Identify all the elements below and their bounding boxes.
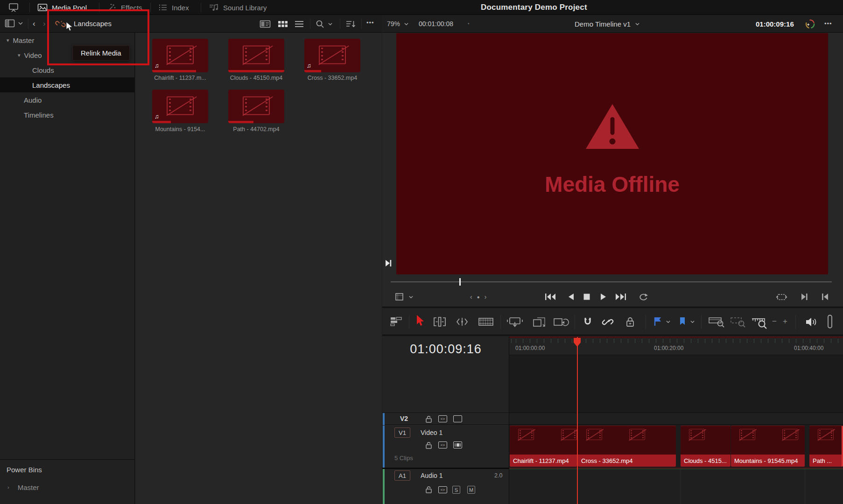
metadata-view-button[interactable] <box>260 20 271 28</box>
timeline-selector[interactable]: Demo Timeline v1 <box>575 20 640 28</box>
track-lane-v1[interactable]: Chairlift - 11237.mp4 Cross - 33652.mp4 … <box>509 426 843 468</box>
custom-zoom-button[interactable] <box>751 316 769 329</box>
timeline-view-options-button[interactable] <box>390 316 402 327</box>
pool-clip-cross[interactable]: ♫ <box>304 39 360 72</box>
zoom-in-button[interactable]: + <box>783 317 787 326</box>
snapping-toggle[interactable] <box>582 316 593 328</box>
linked-selection-toggle[interactable] <box>602 316 614 328</box>
solo-label: S <box>455 487 458 493</box>
thumbnail-view-button[interactable] <box>277 20 288 28</box>
track-destination-v1[interactable]: V1 <box>394 427 410 438</box>
bin-label: Video <box>24 51 42 59</box>
dot-button[interactable]: • <box>468 21 470 26</box>
track-destination-a1[interactable]: A1 <box>394 470 410 481</box>
timeline-clip-cross[interactable]: Cross - 33652.mp4 <box>578 426 676 467</box>
search-button[interactable] <box>316 20 333 28</box>
separator <box>29 3 30 12</box>
timeline-clip-path[interactable]: Path ... <box>809 426 843 467</box>
selection-mode-button[interactable] <box>415 315 424 327</box>
bin-item-landscapes[interactable]: Landscapes <box>0 77 135 92</box>
go-to-start-button[interactable] <box>544 292 556 301</box>
stop-button[interactable] <box>583 293 590 301</box>
bin-item-audio[interactable]: Audio <box>0 92 135 107</box>
flag-button[interactable] <box>653 316 671 327</box>
bin-label: Timelines <box>24 111 54 119</box>
track-header-v2[interactable]: V2 <> <box>382 413 509 425</box>
play-around-button[interactable] <box>801 293 809 301</box>
viewer-timecode: 01:00:09:16 <box>756 20 794 28</box>
timeline-clip-mountains[interactable]: Mountains - 91545.mp4 <box>731 426 805 467</box>
power-bins-header[interactable]: Power Bins <box>0 462 135 477</box>
track-enable-toggle[interactable] <box>453 415 462 422</box>
separator <box>150 3 151 12</box>
timeline-clip-chairlift[interactable]: Chairlift - 11237.mp4 <box>510 426 577 467</box>
media-offline-icon <box>518 429 534 440</box>
play-reverse-button[interactable] <box>567 292 575 301</box>
pool-options-button[interactable]: ••• <box>366 19 374 26</box>
track-lane-a1[interactable] <box>509 469 843 504</box>
tab-label: Sound Library <box>223 4 267 12</box>
track-header-v1[interactable]: V1 Video 1 <> 5 Clips <box>382 426 509 468</box>
sort-button[interactable] <box>345 20 356 28</box>
bin-item-timelines[interactable]: Timelines <box>0 107 135 122</box>
track-lock-icon[interactable] <box>425 441 432 449</box>
track-lock-icon[interactable] <box>425 486 432 494</box>
track-lane-v2[interactable] <box>509 413 843 425</box>
back-button[interactable]: ‹ <box>33 19 35 28</box>
marker-button[interactable] <box>678 316 695 327</box>
trim-edit-mode-button[interactable] <box>432 316 447 328</box>
tab-sound-library[interactable]: Sound Library <box>209 0 267 15</box>
track-enable-toggle[interactable] <box>453 441 462 448</box>
selection-cursor-icon <box>415 315 424 327</box>
jog-control[interactable]: ‹ ● › <box>470 293 486 301</box>
dynamic-trim-mode-button[interactable] <box>455 316 469 328</box>
audio-monitor-button[interactable] <box>805 316 818 328</box>
forward-button[interactable]: › <box>43 19 46 28</box>
viewer-overlay-mode-button[interactable] <box>394 292 414 301</box>
ruler-ticks <box>509 339 843 343</box>
timeline-ruler[interactable]: 01:00:00:00 01:00:20:00 01:00:40:00 <box>509 336 843 355</box>
loop-playback-button[interactable] <box>638 292 648 301</box>
track-solo-toggle[interactable]: S <box>452 486 460 494</box>
power-bins-master[interactable]: › Master <box>0 480 135 495</box>
flag-icon <box>653 316 662 327</box>
track-auto-select-toggle[interactable]: <> <box>438 441 447 448</box>
insert-clip-button[interactable] <box>506 316 523 328</box>
overwrite-clip-button[interactable] <box>532 316 547 328</box>
bin-list-view-button[interactable] <box>5 19 23 28</box>
color-management-button[interactable] <box>805 19 815 29</box>
position-lock-toggle[interactable] <box>625 316 635 328</box>
track-auto-select-toggle[interactable]: <> <box>438 486 447 493</box>
track-mute-toggle[interactable]: M <box>467 486 475 494</box>
playhead-line[interactable] <box>577 337 578 504</box>
go-to-end-icon[interactable] <box>385 259 393 267</box>
timeline-scrollbar-handle[interactable] <box>827 315 833 329</box>
go-to-first-frame-button[interactable] <box>821 293 829 301</box>
track-lock-icon[interactable] <box>425 415 432 423</box>
replace-clip-button[interactable] <box>552 316 569 328</box>
viewer-scrubber-playhead[interactable] <box>459 278 461 286</box>
go-to-end-button[interactable] <box>615 292 627 301</box>
timeline-clip-clouds[interactable]: Clouds - 4515... <box>681 426 731 467</box>
track-header-a1[interactable]: A1 Audio 1 2.0 <> S M <box>382 469 509 504</box>
viewer-canvas-media-offline[interactable]: Media Offline <box>396 33 828 274</box>
pool-clip-mountains[interactable]: ♫ <box>152 90 208 123</box>
viewer-options-button[interactable]: ••• <box>824 20 832 27</box>
track-auto-select-toggle[interactable]: <> <box>438 415 447 422</box>
loop-range-button[interactable] <box>776 294 787 301</box>
pool-clip-chairlift[interactable]: ♫ <box>152 39 208 72</box>
viewer-scrubber-track[interactable] <box>391 281 832 282</box>
pool-clip-path[interactable] <box>228 90 284 123</box>
zoom-full-extent-button[interactable] <box>708 316 725 328</box>
tab-index[interactable]: Index <box>158 0 189 15</box>
viewer-zoom-select[interactable]: 79% <box>387 20 409 28</box>
list-view-button[interactable] <box>294 20 304 28</box>
pool-clip-clouds[interactable] <box>228 39 284 72</box>
play-button[interactable] <box>600 292 607 301</box>
clip-offline-icons <box>578 429 645 440</box>
workspace-toggle-button[interactable] <box>7 0 20 15</box>
zoom-out-button[interactable]: − <box>772 317 777 326</box>
detail-zoom-button[interactable] <box>730 316 746 328</box>
blade-edit-mode-button[interactable] <box>478 316 494 328</box>
safe-area-icon <box>394 292 405 301</box>
